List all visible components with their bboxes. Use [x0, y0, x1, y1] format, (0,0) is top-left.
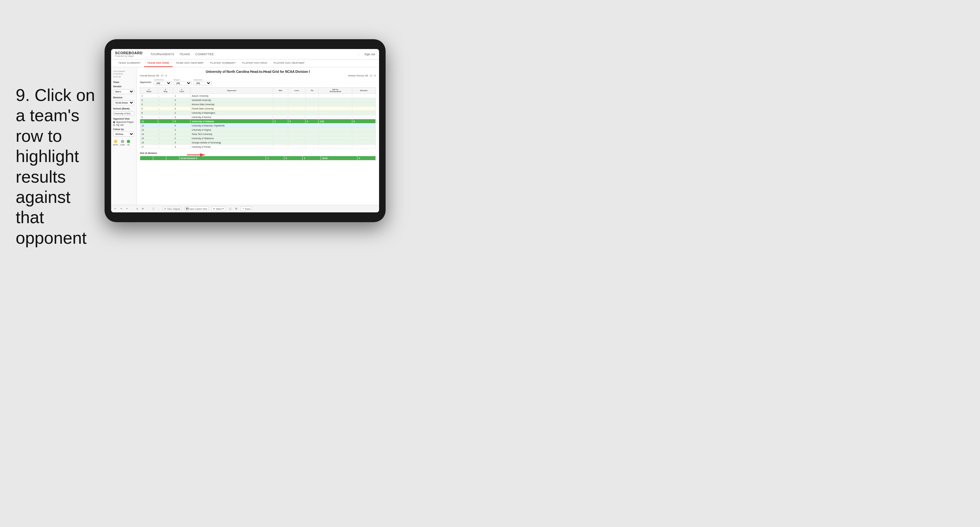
- region-select[interactable]: (All): [173, 81, 191, 85]
- row-6-cell-5: 0: [288, 119, 305, 124]
- grid-button[interactable]: ⊞: [235, 207, 238, 210]
- col-diff: Diff AvStrokes/Rnd: [318, 88, 352, 94]
- opponent-select[interactable]: (All): [194, 81, 212, 85]
- opponents-played-label: Opponents Played: [116, 121, 133, 123]
- conference-select[interactable]: (All): [154, 81, 172, 85]
- grid-area: University of North Carolina Head-to-Hea…: [137, 67, 379, 205]
- tab-team-h2h-grid[interactable]: TEAM H2H GRID: [144, 59, 173, 67]
- undo-button[interactable]: ↩: [114, 207, 117, 210]
- table-row[interactable]: 12-6University of Arkansas, Fayetteville: [140, 124, 376, 128]
- legend-down-label: Down: [113, 144, 118, 146]
- nav-tournaments[interactable]: TOURNAMENTS: [150, 52, 174, 57]
- nav-links: TOURNAMENTS TEAMS COMMITTEE: [150, 52, 353, 57]
- legend-down: Down: [113, 140, 118, 146]
- school-label: School (Rank): [113, 107, 134, 110]
- opponents-played-dot: [113, 121, 115, 123]
- conference-label: Conference: [154, 79, 172, 81]
- nav-teams[interactable]: TEAMS: [180, 52, 190, 57]
- nav-separator: |: [358, 53, 359, 56]
- row-0-cell-0: 2: [140, 94, 158, 98]
- row-3-cell-3: Florida State University: [190, 107, 273, 111]
- row-10-cell-7: [318, 136, 352, 140]
- row-5-cell-7: [318, 115, 352, 119]
- row-3-cell-7: [318, 107, 352, 111]
- row-3-cell-8: [352, 107, 375, 111]
- share-button[interactable]: ↗ Share: [240, 207, 252, 211]
- table-row[interactable]: 13-3University of Virginia: [140, 128, 376, 132]
- row-1-cell-1: -: [158, 98, 173, 102]
- row-4-cell-5: [288, 111, 305, 115]
- table-row[interactable]: 16-4Georgia Institute of Technology: [140, 140, 376, 145]
- row-4-cell-7: [318, 111, 352, 115]
- division-label: Division: [113, 96, 134, 99]
- opponent-filter: Opponent (All): [194, 79, 212, 85]
- sidebar: Last Updated: 27/03/2024 16:55:38 Team G…: [111, 67, 137, 205]
- legend-level-label: Level: [120, 144, 124, 146]
- tab-team-summary[interactable]: TEAM SUMMARY: [115, 59, 144, 67]
- table-row[interactable]: 17-3University of Florida: [140, 145, 376, 149]
- table-row[interactable]: 14-1Texas Tech University: [140, 132, 376, 136]
- table-row[interactable]: 8-2University of Washington: [140, 111, 376, 115]
- row-11-cell-1: -: [158, 140, 173, 145]
- tab-team-h2h-heatmap[interactable]: TEAM H2H HEATMAP: [173, 59, 207, 67]
- toolbar-sep-3: |: [159, 208, 159, 210]
- view-button[interactable]: 👁 View: Original: [162, 207, 182, 211]
- table-row[interactable]: 2-1Auburn University: [140, 94, 376, 98]
- opponent-label: Opponent: [194, 79, 212, 81]
- top100-label: Top 100: [116, 124, 124, 126]
- row-9-cell-2: 1: [173, 132, 190, 136]
- save-custom-view-button[interactable]: 💾 Save Custom View: [184, 207, 209, 211]
- row-9-cell-6: [305, 132, 318, 136]
- back-button[interactable]: ↩: [126, 207, 129, 210]
- nav-committee[interactable]: COMMITTEE: [196, 52, 214, 57]
- opponents-played-radio[interactable]: Opponents Played: [113, 121, 134, 123]
- screen-button[interactable]: ⬜: [228, 207, 232, 210]
- row-10-cell-0: 15: [140, 136, 158, 140]
- gender-select[interactable]: Men's: [113, 89, 134, 94]
- row-10-cell-2: 2: [173, 136, 190, 140]
- tablet-device: SCOREBOARD Powered by clippd TOURNAMENTS…: [105, 39, 386, 222]
- row-3-cell-6: [305, 107, 318, 111]
- legend: Down Level Up: [113, 140, 134, 146]
- row-0-cell-4: [273, 94, 288, 98]
- table-row[interactable]: 4-1Arizona State University: [140, 102, 376, 107]
- tab-player-summary[interactable]: PLAYER SUMMARY: [207, 59, 239, 67]
- data-table: #Rank #Reg #Conf Opponent Win Loss Tie D…: [140, 87, 376, 149]
- row-1-cell-0: 3: [140, 98, 158, 102]
- colour-by-select[interactable]: Win/loss: [113, 132, 134, 137]
- copy-button[interactable]: ⎘: [136, 207, 138, 210]
- row-2-cell-0: 4: [140, 102, 158, 107]
- row-10-cell-4: [273, 136, 288, 140]
- table-row[interactable]: 11-5University of Alabama3002.618: [140, 119, 376, 124]
- redo-button[interactable]: ↪: [119, 207, 123, 210]
- legend-up: Up: [127, 140, 130, 146]
- row-4-cell-4: [273, 111, 288, 115]
- sign-out-button[interactable]: Sign out: [364, 53, 375, 56]
- row-5-cell-2: 3: [173, 115, 190, 119]
- tab-player-h2h-heatmap[interactable]: PLAYER H2H HEATMAP: [270, 59, 308, 67]
- out-division-row[interactable]: NCAA Division II 1 0 0 26.00 3: [140, 156, 376, 161]
- row-7-cell-6: [305, 124, 318, 128]
- row-11-cell-0: 16: [140, 140, 158, 145]
- col-opponent: Opponent: [190, 88, 273, 94]
- out-loss: 0: [284, 156, 302, 161]
- share-label: Share: [245, 208, 250, 210]
- row-6-cell-8: 8: [352, 119, 375, 124]
- top100-radio[interactable]: Top 100: [113, 124, 134, 126]
- watch-button[interactable]: 👁 Watch ▾: [212, 207, 226, 211]
- tab-player-h2h-grid[interactable]: PLAYER H2H GRID: [239, 59, 270, 67]
- row-6-cell-4: 3: [273, 119, 288, 124]
- row-5-cell-1: -: [158, 115, 173, 119]
- clock-button[interactable]: 🕐: [151, 207, 155, 210]
- paste-button[interactable]: ⊕: [141, 207, 145, 210]
- division-select[interactable]: NCAA Division I: [113, 100, 134, 105]
- row-11-cell-6: [305, 140, 318, 145]
- table-row[interactable]: 15-2University of Oklahoma: [140, 136, 376, 140]
- row-4-cell-0: 8: [140, 111, 158, 115]
- table-row[interactable]: 9-3University of Arizona: [140, 115, 376, 119]
- table-row[interactable]: 6-2Florida State University: [140, 107, 376, 111]
- division-record: Division Record: 88 - 17 - 0: [348, 75, 376, 77]
- logo: SCOREBOARD Powered by clippd: [115, 51, 143, 57]
- table-row[interactable]: 3-2Vanderbilt University: [140, 98, 376, 102]
- main-content: Last Updated: 27/03/2024 16:55:38 Team G…: [111, 67, 379, 205]
